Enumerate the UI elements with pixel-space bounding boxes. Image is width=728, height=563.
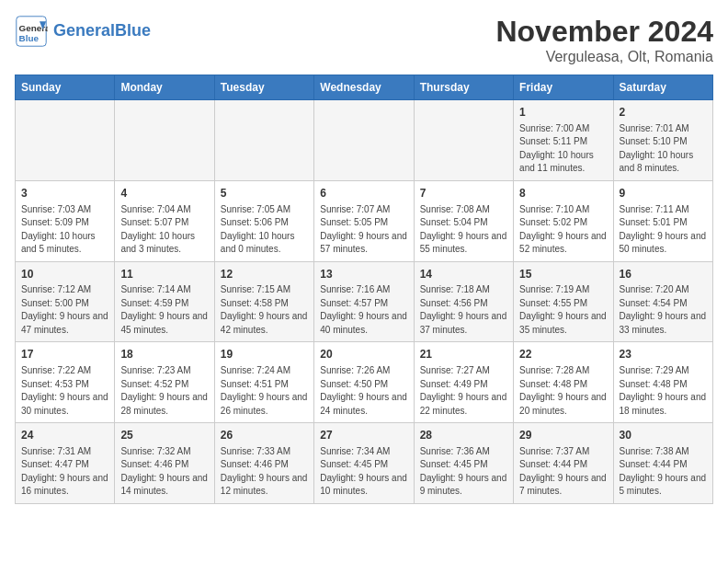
- calendar-cell: 22Sunrise: 7:28 AM Sunset: 4:48 PM Dayli…: [514, 342, 613, 423]
- day-info: Sunrise: 7:01 AM Sunset: 5:10 PM Dayligh…: [620, 122, 707, 176]
- day-info: Sunrise: 7:38 AM Sunset: 4:44 PM Dayligh…: [620, 445, 707, 499]
- day-info: Sunrise: 7:28 AM Sunset: 4:48 PM Dayligh…: [519, 364, 607, 418]
- calendar-cell: 6Sunrise: 7:07 AM Sunset: 5:05 PM Daylig…: [314, 180, 414, 261]
- day-number: 26: [221, 428, 308, 443]
- day-info: Sunrise: 7:27 AM Sunset: 4:49 PM Dayligh…: [420, 364, 507, 418]
- logo-blue: Blue: [115, 21, 151, 40]
- weekday-header-saturday: Saturday: [613, 75, 712, 100]
- day-info: Sunrise: 7:31 AM Sunset: 4:47 PM Dayligh…: [21, 445, 108, 499]
- day-number: 9: [620, 186, 707, 201]
- calendar-cell: 20Sunrise: 7:26 AM Sunset: 4:50 PM Dayli…: [314, 342, 414, 423]
- calendar-cell: 11Sunrise: 7:14 AM Sunset: 4:59 PM Dayli…: [115, 261, 214, 342]
- weekday-header-tuesday: Tuesday: [214, 75, 313, 100]
- day-number: 12: [221, 267, 308, 282]
- day-number: 27: [320, 428, 407, 443]
- calendar-cell: 23Sunrise: 7:29 AM Sunset: 4:48 PM Dayli…: [613, 342, 712, 423]
- day-info: Sunrise: 7:36 AM Sunset: 4:45 PM Dayligh…: [420, 445, 507, 499]
- day-number: 15: [519, 267, 607, 282]
- calendar-cell: 24Sunrise: 7:31 AM Sunset: 4:47 PM Dayli…: [16, 423, 115, 504]
- calendar-cell: 25Sunrise: 7:32 AM Sunset: 4:46 PM Dayli…: [115, 423, 214, 504]
- day-number: 6: [320, 186, 407, 201]
- day-number: 18: [120, 347, 208, 362]
- month-title: November 2024: [495, 15, 713, 49]
- weekday-header-thursday: Thursday: [414, 75, 513, 100]
- calendar-cell: [214, 100, 313, 181]
- calendar-cell: 3Sunrise: 7:03 AM Sunset: 5:09 PM Daylig…: [16, 180, 115, 261]
- weekday-header-wednesday: Wednesday: [314, 75, 414, 100]
- day-info: Sunrise: 7:20 AM Sunset: 4:54 PM Dayligh…: [620, 283, 707, 337]
- day-number: 29: [519, 428, 607, 443]
- calendar-cell: 9Sunrise: 7:11 AM Sunset: 5:01 PM Daylig…: [613, 180, 712, 261]
- calendar-cell: 19Sunrise: 7:24 AM Sunset: 4:51 PM Dayli…: [214, 342, 313, 423]
- day-info: Sunrise: 7:33 AM Sunset: 4:46 PM Dayligh…: [221, 445, 308, 499]
- day-info: Sunrise: 7:11 AM Sunset: 5:01 PM Dayligh…: [620, 203, 707, 257]
- day-number: 28: [420, 428, 507, 443]
- day-number: 23: [620, 347, 707, 362]
- day-info: Sunrise: 7:07 AM Sunset: 5:05 PM Dayligh…: [320, 203, 407, 257]
- calendar-cell: 27Sunrise: 7:34 AM Sunset: 4:45 PM Dayli…: [314, 423, 414, 504]
- calendar-cell: 18Sunrise: 7:23 AM Sunset: 4:52 PM Dayli…: [115, 342, 214, 423]
- weekday-header-monday: Monday: [115, 75, 214, 100]
- logo-text: GeneralBlue: [53, 22, 151, 40]
- title-section: November 2024 Verguleasa, Olt, Romania: [495, 15, 713, 65]
- weekday-header-friday: Friday: [514, 75, 613, 100]
- calendar-cell: [314, 100, 414, 181]
- calendar-header: SundayMondayTuesdayWednesdayThursdayFrid…: [16, 75, 713, 100]
- day-number: 16: [620, 267, 707, 282]
- day-info: Sunrise: 7:14 AM Sunset: 4:59 PM Dayligh…: [120, 283, 208, 337]
- calendar-cell: 13Sunrise: 7:16 AM Sunset: 4:57 PM Dayli…: [314, 261, 414, 342]
- day-info: Sunrise: 7:34 AM Sunset: 4:45 PM Dayligh…: [320, 445, 407, 499]
- day-info: Sunrise: 7:00 AM Sunset: 5:11 PM Dayligh…: [519, 122, 607, 176]
- day-info: Sunrise: 7:03 AM Sunset: 5:09 PM Dayligh…: [21, 203, 108, 257]
- day-number: 10: [21, 267, 108, 282]
- day-info: Sunrise: 7:32 AM Sunset: 4:46 PM Dayligh…: [120, 445, 208, 499]
- day-number: 3: [21, 186, 108, 201]
- calendar-cell: 28Sunrise: 7:36 AM Sunset: 4:45 PM Dayli…: [414, 423, 513, 504]
- calendar-cell: 2Sunrise: 7:01 AM Sunset: 5:10 PM Daylig…: [613, 100, 712, 181]
- day-number: 20: [320, 347, 407, 362]
- day-info: Sunrise: 7:05 AM Sunset: 5:06 PM Dayligh…: [221, 203, 308, 257]
- calendar-cell: 30Sunrise: 7:38 AM Sunset: 4:44 PM Dayli…: [613, 423, 712, 504]
- day-number: 13: [320, 267, 407, 282]
- calendar-cell: 29Sunrise: 7:37 AM Sunset: 4:44 PM Dayli…: [514, 423, 613, 504]
- weekday-header-sunday: Sunday: [16, 75, 115, 100]
- logo: General Blue GeneralBlue: [15, 15, 151, 48]
- calendar-cell: 16Sunrise: 7:20 AM Sunset: 4:54 PM Dayli…: [613, 261, 712, 342]
- day-number: 14: [420, 267, 507, 282]
- day-info: Sunrise: 7:37 AM Sunset: 4:44 PM Dayligh…: [519, 445, 607, 499]
- calendar-cell: 10Sunrise: 7:12 AM Sunset: 5:00 PM Dayli…: [16, 261, 115, 342]
- calendar-cell: [115, 100, 214, 181]
- logo-icon: General Blue: [15, 15, 48, 48]
- week-row-5: 24Sunrise: 7:31 AM Sunset: 4:47 PM Dayli…: [16, 423, 713, 504]
- calendar-cell: 7Sunrise: 7:08 AM Sunset: 5:04 PM Daylig…: [414, 180, 513, 261]
- calendar-cell: 8Sunrise: 7:10 AM Sunset: 5:02 PM Daylig…: [514, 180, 613, 261]
- calendar-cell: 4Sunrise: 7:04 AM Sunset: 5:07 PM Daylig…: [115, 180, 214, 261]
- page-header: General Blue GeneralBlue November 2024 V…: [15, 15, 713, 65]
- day-info: Sunrise: 7:22 AM Sunset: 4:53 PM Dayligh…: [21, 364, 108, 418]
- weekday-header-row: SundayMondayTuesdayWednesdayThursdayFrid…: [16, 75, 713, 100]
- day-info: Sunrise: 7:29 AM Sunset: 4:48 PM Dayligh…: [620, 364, 707, 418]
- day-info: Sunrise: 7:16 AM Sunset: 4:57 PM Dayligh…: [320, 283, 407, 337]
- day-info: Sunrise: 7:12 AM Sunset: 5:00 PM Dayligh…: [21, 283, 108, 337]
- day-info: Sunrise: 7:26 AM Sunset: 4:50 PM Dayligh…: [320, 364, 407, 418]
- day-number: 2: [620, 105, 707, 121]
- day-number: 25: [120, 428, 208, 443]
- day-number: 22: [519, 347, 607, 362]
- calendar-table: SundayMondayTuesdayWednesdayThursdayFrid…: [15, 75, 713, 504]
- week-row-3: 10Sunrise: 7:12 AM Sunset: 5:00 PM Dayli…: [16, 261, 713, 342]
- day-info: Sunrise: 7:08 AM Sunset: 5:04 PM Dayligh…: [420, 203, 507, 257]
- calendar-cell: 26Sunrise: 7:33 AM Sunset: 4:46 PM Dayli…: [214, 423, 313, 504]
- day-info: Sunrise: 7:24 AM Sunset: 4:51 PM Dayligh…: [221, 364, 308, 418]
- week-row-1: 1Sunrise: 7:00 AM Sunset: 5:11 PM Daylig…: [16, 100, 713, 181]
- calendar-cell: 14Sunrise: 7:18 AM Sunset: 4:56 PM Dayli…: [414, 261, 513, 342]
- calendar-cell: [16, 100, 115, 181]
- day-info: Sunrise: 7:18 AM Sunset: 4:56 PM Dayligh…: [420, 283, 507, 337]
- day-number: 21: [420, 347, 507, 362]
- day-number: 24: [21, 428, 108, 443]
- calendar-body: 1Sunrise: 7:00 AM Sunset: 5:11 PM Daylig…: [16, 100, 713, 504]
- svg-text:Blue: Blue: [19, 33, 40, 43]
- week-row-2: 3Sunrise: 7:03 AM Sunset: 5:09 PM Daylig…: [16, 180, 713, 261]
- day-info: Sunrise: 7:23 AM Sunset: 4:52 PM Dayligh…: [120, 364, 208, 418]
- calendar-cell: [414, 100, 513, 181]
- day-number: 4: [120, 186, 208, 201]
